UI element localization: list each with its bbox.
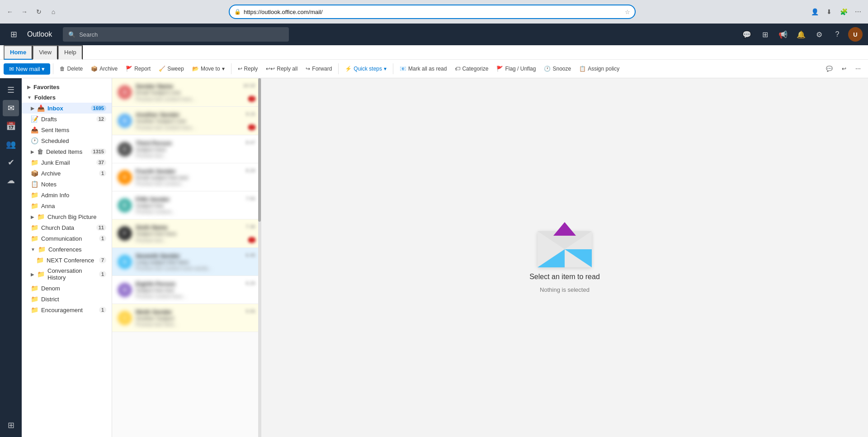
search-input[interactable]	[79, 31, 283, 38]
assign-policy-button[interactable]: 📋 Assign policy	[576, 64, 623, 74]
folder-admin-info[interactable]: 📁 Admin Info	[22, 190, 112, 200]
delete-button[interactable]: 🗑 Delete	[56, 64, 86, 74]
search-bar[interactable]: 🔍	[63, 27, 289, 42]
bookmark-icon: ☆	[625, 9, 630, 15]
folder-conversation-history[interactable]: ▶ 📁 Conversation History 1	[22, 266, 112, 283]
categorize-button[interactable]: 🏷 Categorize	[451, 64, 492, 74]
folder-next-conference[interactable]: 📁 NEXT Conference 7	[22, 255, 112, 266]
folder-deleted[interactable]: ▶ 🗑 Deleted Items 1315	[22, 146, 112, 157]
email-item[interactable]: B Another Sender 9:15 Another Subject Li…	[112, 107, 261, 135]
mail-nav-icon[interactable]: ✉	[3, 100, 19, 116]
folder-church-big-picture[interactable]: ▶ 📁 Church Big Picture	[22, 211, 112, 222]
email-subject: Subject line text	[136, 287, 255, 294]
calendar-nav-icon[interactable]: 📅	[3, 118, 19, 134]
extensions-icon[interactable]: 🧩	[837, 5, 850, 18]
communication-icon: 📁	[31, 235, 38, 242]
grid-menu-icon[interactable]: ⊞	[5, 26, 22, 43]
folder-church-data[interactable]: 📁 Church Data 11	[22, 222, 112, 233]
folder-sent[interactable]: 📤 Sent Items	[22, 124, 112, 135]
grid-view-icon[interactable]: ⊞	[758, 27, 772, 42]
church-data-count: 11	[96, 224, 106, 231]
chat-icon[interactable]: 💬	[740, 27, 754, 42]
url-input[interactable]	[244, 9, 622, 15]
reload-button[interactable]: ↻	[33, 5, 45, 18]
read-pane-subtitle: Nothing is selected	[540, 286, 590, 293]
folder-district[interactable]: 📁 District	[22, 294, 112, 304]
report-button[interactable]: 🚩 Report	[122, 64, 154, 74]
archive-label: Archive	[41, 170, 96, 177]
comment-button[interactable]: 💬	[822, 64, 836, 74]
tab-view[interactable]: View	[33, 45, 58, 60]
folder-scheduled[interactable]: 🕐 Scheduled	[22, 135, 112, 146]
help-icon[interactable]: ?	[830, 27, 844, 42]
email-item[interactable]: I Ninth Sender 5:55 Another Subject Prev…	[112, 304, 261, 332]
email-info: Another Sender 9:15 Another Subject Line…	[136, 111, 255, 130]
notes-icon: 📋	[31, 180, 38, 188]
feedback-icon[interactable]: 📢	[776, 27, 790, 42]
download-icon[interactable]: ⬇	[823, 5, 835, 18]
reply-button[interactable]: ↩ Reply	[234, 64, 262, 74]
conv-history-icon: 📁	[37, 271, 45, 278]
folder-conferences[interactable]: ▼ 📁 Conferences	[22, 244, 112, 255]
apps-nav-icon[interactable]: ⊞	[3, 417, 19, 433]
archive-button[interactable]: 📦 Archive	[87, 64, 121, 74]
folder-junk[interactable]: 📁 Junk Email 37	[22, 157, 112, 168]
scheduled-label: Scheduled	[41, 138, 106, 144]
forward-button[interactable]: ↪ Forward	[302, 64, 335, 74]
forward-button[interactable]: →	[18, 5, 31, 18]
folder-notes[interactable]: 📋 Notes	[22, 179, 112, 190]
address-bar[interactable]: 🔒 ☆	[229, 5, 636, 19]
deleted-count: 1315	[91, 148, 106, 155]
tab-help[interactable]: Help	[58, 45, 83, 60]
undo-button[interactable]: ↩	[838, 64, 850, 74]
folder-encouragement[interactable]: 📁 Encouragement 1	[22, 304, 112, 315]
email-item[interactable]: H Eighth Person 6:20 Subject line text P…	[112, 276, 261, 304]
flag-unflag-button[interactable]: 🚩 Flag / Unflag	[493, 64, 539, 74]
snooze-button[interactable]: 🕐 Snooze	[540, 64, 575, 74]
email-time: 6:45	[246, 252, 255, 259]
hamburger-menu-icon[interactable]: ☰	[3, 82, 19, 98]
email-avatar: A	[118, 85, 132, 100]
quick-steps-button[interactable]: ⚡ Quick steps ▾	[341, 64, 390, 74]
account-icon[interactable]: 👤	[808, 5, 821, 18]
email-list-panel: A Sender Name 10:32 Email Subject Line P…	[112, 78, 261, 437]
move-dropdown-arrow: ▾	[222, 66, 225, 72]
folder-archive[interactable]: 📦 Archive 1	[22, 168, 112, 179]
folder-drafts[interactable]: 📝 Drafts 12	[22, 114, 112, 124]
home-button[interactable]: ⌂	[47, 5, 60, 18]
email-item[interactable]: E Fifth Sender 7:55 Subject line Preview…	[112, 191, 261, 219]
folder-communication[interactable]: 📁 Communication 1	[22, 233, 112, 244]
envelope-illustration	[538, 222, 592, 267]
mark-all-read-button[interactable]: 📧 Mark all as read	[396, 64, 450, 74]
reply-all-button[interactable]: ↩↩ Reply all	[262, 64, 301, 74]
email-item[interactable]: D Fourth Sender 8:20 Email subject line …	[112, 163, 261, 191]
folder-inbox[interactable]: ▶ 📥 Inbox 1695	[22, 103, 112, 114]
denom-icon: 📁	[31, 285, 38, 292]
tasks-nav-icon[interactable]: ✔	[3, 154, 19, 171]
browser-menu-icon[interactable]: ⋯	[852, 5, 864, 18]
favorites-section[interactable]: ▶ Favorites	[22, 82, 112, 92]
folders-section[interactable]: ▼ Folders	[22, 92, 112, 103]
email-item[interactable]: A Sender Name 10:32 Email Subject Line P…	[112, 78, 261, 107]
tab-home[interactable]: Home	[4, 45, 33, 60]
new-mail-button[interactable]: ✉ New mail ▾	[4, 63, 50, 75]
back-button[interactable]: ←	[4, 5, 16, 18]
people-nav-icon[interactable]: 👥	[3, 136, 19, 152]
move-to-button[interactable]: 📂 Move to ▾	[189, 64, 228, 74]
avatar[interactable]: U	[848, 27, 863, 42]
email-item[interactable]: G Seventh Sender 6:45 Long subject line …	[112, 248, 261, 276]
sent-label: Sent Items	[41, 127, 106, 133]
more-button[interactable]: ⋯	[852, 64, 864, 74]
email-item[interactable]: F Sixth Name 7:30 Subject text here Prev…	[112, 219, 261, 248]
folder-denom[interactable]: 📁 Denom	[22, 283, 112, 294]
settings-icon[interactable]: ⚙	[812, 27, 826, 42]
dropdown-arrow[interactable]: ▾	[42, 66, 45, 72]
email-preview: Preview text content here...	[136, 96, 196, 102]
sweep-button[interactable]: 🧹 Sweep	[155, 64, 188, 74]
folder-anna[interactable]: 📁 Anna	[22, 200, 112, 211]
email-badge: 2	[248, 124, 255, 130]
notifications-icon[interactable]: 🔔	[794, 27, 808, 42]
email-item[interactable]: C Third Person 8:47 Subject here Preview…	[112, 135, 261, 163]
favorites-chevron: ▶	[27, 85, 31, 90]
cloud-nav-icon[interactable]: ☁	[3, 172, 19, 189]
